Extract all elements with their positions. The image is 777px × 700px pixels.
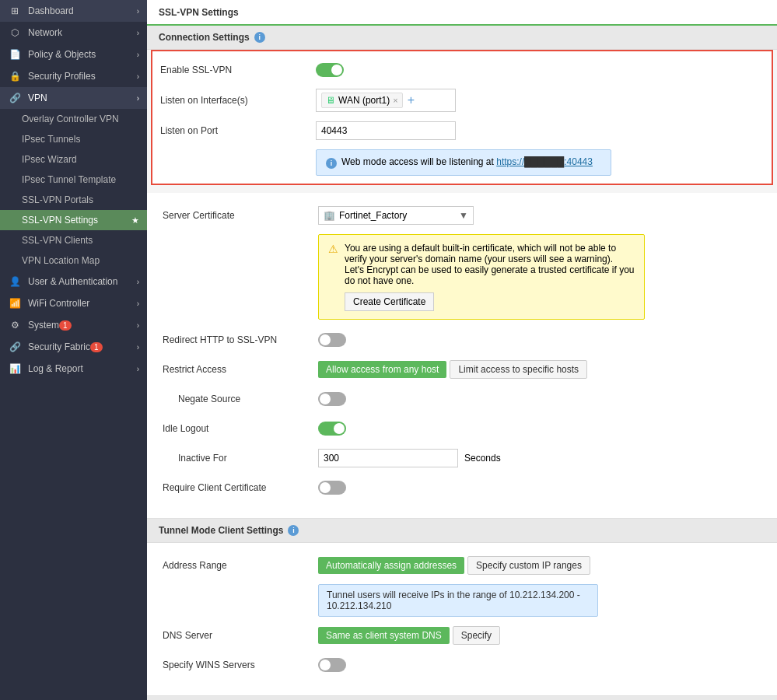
sidebar-sub-vpn-location-map[interactable]: VPN Location Map xyxy=(0,250,147,271)
security-icon: 🔒 xyxy=(8,71,22,82)
sidebar-sub-ssl-vpn-portals[interactable]: SSL-VPN Portals xyxy=(0,190,147,210)
specify-wins-toggle[interactable] xyxy=(318,658,346,672)
negate-source-row: Negate Source xyxy=(163,388,761,410)
address-range-row: Address Range Automatically assign addre… xyxy=(163,555,761,576)
sidebar-sub-ssl-vpn-clients[interactable]: SSL-VPN Clients xyxy=(0,230,147,250)
network-icon: ⬡ xyxy=(8,27,22,38)
inactive-for-input[interactable] xyxy=(318,449,458,467)
connection-settings-box: Enable SSL-VPN Listen on Interface(s) 🖥 … xyxy=(151,50,773,185)
chevron-right-icon: › xyxy=(137,7,139,16)
sidebar-item-log-report[interactable]: 📊 Log & Report › xyxy=(0,358,147,380)
inactive-for-row: Inactive For Seconds xyxy=(163,447,761,469)
chevron-right-icon: › xyxy=(137,365,139,373)
toggle-slider-cert[interactable] xyxy=(318,481,346,495)
sub-label-ssl-settings: SSL-VPN Settings xyxy=(22,215,98,226)
log-icon: 📊 xyxy=(8,363,22,374)
server-cert-row: Server Certificate 🏢 Fortinet_Factory ▼ xyxy=(163,205,761,226)
server-cert-dropdown[interactable]: 🏢 Fortinet_Factory ▼ xyxy=(318,206,474,225)
star-icon[interactable]: ★ xyxy=(131,215,139,226)
chevron-right-icon: › xyxy=(137,299,139,308)
toggle-slider[interactable] xyxy=(316,63,344,77)
cert-warning-text: You are using a default built-in certifi… xyxy=(345,243,635,286)
page-title-text: SSL-VPN Settings xyxy=(159,7,239,18)
dns-server-row: DNS Server Same as client system DNS Spe… xyxy=(163,625,761,646)
restrict-access-label: Restrict Access xyxy=(163,364,318,375)
listen-interface-row: Listen on Interface(s) 🖥 WAN (port1) × + xyxy=(160,89,764,112)
auto-assign-button[interactable]: Automatically assign addresses xyxy=(318,557,464,574)
sidebar-label-wifi: WiFi Controller xyxy=(28,298,89,309)
sidebar-item-network[interactable]: ⬡ Network › xyxy=(0,22,147,44)
sidebar-sub-ipsec-wizard[interactable]: IPsec Wizard xyxy=(0,149,147,170)
idle-logout-label: Idle Logout xyxy=(163,423,318,434)
web-mode-info-text: Web mode access will be listening at htt… xyxy=(341,156,593,167)
sidebar-item-wifi[interactable]: 📶 WiFi Controller › xyxy=(0,292,147,314)
toggle-slider-off[interactable] xyxy=(318,333,346,347)
sidebar-sub-overlay-vpn[interactable]: Overlay Controller VPN xyxy=(0,109,147,129)
system-icon: ⚙ xyxy=(8,320,22,331)
specify-dns-button[interactable]: Specify xyxy=(453,626,500,645)
redirect-http-toggle[interactable] xyxy=(318,333,346,347)
sidebar-sub-ssl-vpn-settings[interactable]: SSL-VPN Settings ★ xyxy=(0,210,147,230)
web-mode-info-box: i Web mode access will be listening at h… xyxy=(316,149,611,176)
toggle-slider-negate[interactable] xyxy=(318,392,346,406)
enable-ssl-vpn-row: Enable SSL-VPN xyxy=(160,59,764,81)
allow-any-host-button[interactable]: Allow access from any host xyxy=(318,361,446,378)
interface-tag-wan: 🖥 WAN (port1) × xyxy=(321,93,403,108)
user-icon: 👤 xyxy=(8,276,22,287)
page-title: SSL-VPN Settings xyxy=(147,0,777,26)
toggle-slider-idle[interactable] xyxy=(318,422,346,436)
sidebar-item-security-fabric[interactable]: 🔗 Security Fabric 1 › xyxy=(0,336,147,358)
sidebar-label-dashboard: Dashboard xyxy=(28,5,74,16)
chevron-down-icon: › xyxy=(137,94,139,103)
sub-label-ipsec-wizard: IPsec Wizard xyxy=(22,154,77,165)
sub-label-ssl-clients: SSL-VPN Clients xyxy=(22,235,93,246)
listen-port-input[interactable] xyxy=(316,121,456,140)
server-cert-label: Server Certificate xyxy=(163,210,318,221)
sub-label-vpn-map: VPN Location Map xyxy=(22,255,100,266)
tunnel-mode-info-icon[interactable]: i xyxy=(288,525,299,536)
same-as-client-dns-button[interactable]: Same as client system DNS xyxy=(318,627,450,644)
enable-ssl-vpn-toggle[interactable] xyxy=(316,63,344,77)
sidebar-label-user-auth: User & Authentication xyxy=(28,276,117,287)
negate-source-toggle[interactable] xyxy=(318,392,346,406)
sidebar-label-log: Log & Report xyxy=(28,363,83,374)
create-cert-button[interactable]: Create Certificate xyxy=(345,292,434,311)
require-client-cert-toggle[interactable] xyxy=(318,481,346,495)
server-cert-section: Server Certificate 🏢 Fortinet_Factory ▼ … xyxy=(147,193,777,519)
listen-port-label: Listen on Port xyxy=(160,125,316,136)
web-mode-url[interactable]: https://██████:40443 xyxy=(496,156,593,167)
add-interface-button[interactable]: + xyxy=(408,94,415,107)
chevron-right-icon: › xyxy=(137,278,139,286)
sidebar-item-system[interactable]: ⚙ System 1 › xyxy=(0,314,147,336)
sidebar-item-policy-objects[interactable]: 📄 Policy & Objects › xyxy=(0,44,147,65)
sidebar-label-network: Network xyxy=(28,27,62,38)
remove-interface-icon[interactable]: × xyxy=(393,96,397,105)
redirect-http-label: Redirect HTTP to SSL-VPN xyxy=(163,334,318,345)
sidebar: ⊞ Dashboard › ⬡ Network › 📄 Policy & Obj… xyxy=(0,0,147,700)
dashboard-icon: ⊞ xyxy=(8,5,22,16)
toggle-slider-wins[interactable] xyxy=(318,658,346,672)
sidebar-item-user-auth[interactable]: 👤 User & Authentication › xyxy=(0,271,147,292)
sidebar-label-security-profiles: Security Profiles xyxy=(28,71,96,82)
require-client-cert-label: Require Client Certificate xyxy=(163,482,318,493)
sidebar-sub-ipsec-tunnels[interactable]: IPsec Tunnels xyxy=(0,129,147,149)
sidebar-sub-ipsec-template[interactable]: IPsec Tunnel Template xyxy=(0,170,147,190)
idle-logout-toggle[interactable] xyxy=(318,422,346,436)
connection-settings-info-icon[interactable]: i xyxy=(254,32,265,43)
dns-server-label: DNS Server xyxy=(163,630,318,641)
tunnel-mode-header: Tunnel Mode Client Settings i xyxy=(147,519,777,543)
sidebar-label-vpn: VPN xyxy=(28,93,47,103)
tunnel-mode-title: Tunnel Mode Client Settings xyxy=(159,525,283,536)
server-cert-value: Fortinet_Factory xyxy=(339,210,407,221)
custom-ip-button[interactable]: Specify custom IP ranges xyxy=(467,556,590,575)
policy-icon: 📄 xyxy=(8,49,22,60)
seconds-label: Seconds xyxy=(464,453,501,464)
sidebar-item-vpn[interactable]: 🔗 VPN › xyxy=(0,87,147,109)
sidebar-item-security-profiles[interactable]: 🔒 Security Profiles › xyxy=(0,65,147,87)
listen-interface-label: Listen on Interface(s) xyxy=(160,95,316,106)
wifi-icon: 📶 xyxy=(8,298,22,309)
listen-port-row: Listen on Port xyxy=(160,120,764,142)
fortinet-icon: 🏢 xyxy=(324,210,335,221)
limit-hosts-button[interactable]: Limit access to specific hosts xyxy=(450,360,587,379)
sidebar-item-dashboard[interactable]: ⊞ Dashboard › xyxy=(0,0,147,22)
